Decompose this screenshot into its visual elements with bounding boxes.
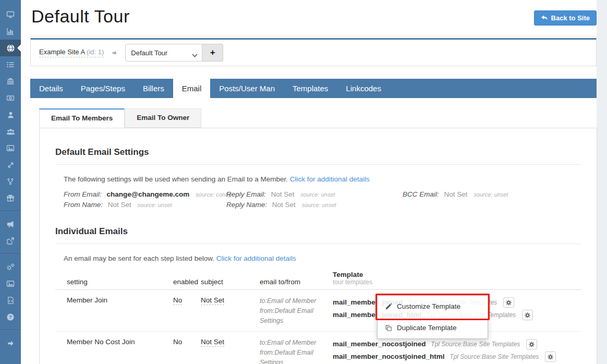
individual-emails-details-link[interactable]: Click for additional details	[216, 254, 296, 262]
expand-arrows-icon[interactable]	[0, 156, 21, 173]
site-id: (id: 1)	[87, 48, 104, 56]
reply-email-field: Reply Email: Not Set source: unset	[226, 190, 403, 201]
page-title: Default Tour	[31, 6, 597, 27]
bank-icon[interactable]	[0, 73, 21, 90]
arrow-right-icon[interactable]	[0, 335, 21, 351]
template-cell: mail_member_nocostjoined Tpl Source:Base…	[333, 338, 581, 364]
main-content: Default Tour Back to Site Example Site A…	[21, 0, 597, 364]
back-to-site-button[interactable]: Back to Site	[534, 10, 597, 26]
duplicate-template-item[interactable]: Duplicate Template	[378, 317, 488, 338]
individual-emails-heading: Individual Emails	[55, 226, 581, 244]
table-row: Member No Cost Join No Not Set to:Email …	[55, 332, 581, 364]
tab-linkcodes[interactable]: Linkcodes	[337, 79, 390, 98]
photo-icon[interactable]	[0, 275, 21, 292]
email-to-from-cell: to:Email of Member from:Default Email Se…	[260, 296, 333, 326]
subtab-email-to-members[interactable]: Email To Members	[39, 108, 125, 128]
question-circle-icon[interactable]: ?	[0, 309, 21, 325]
default-email-fields: From Email: change@changeme.com source: …	[55, 190, 581, 211]
from-name-field: From Name: Not Set source: unset	[64, 201, 226, 211]
sidebar-divider	[0, 253, 21, 254]
tab-pages-steps[interactable]: Pages/Steps	[72, 79, 134, 98]
reply-name-field: Reply Name: Not Set source: unset	[226, 201, 403, 211]
enabled-toggle[interactable]: No	[173, 296, 182, 305]
email-to-from-cell: to:Email of Member from:Default Email Se…	[260, 338, 333, 364]
from-email-field: From Email: change@changeme.com source: …	[64, 190, 226, 201]
chevron-down-icon	[192, 51, 198, 59]
template-context-menu: Customize Template Duplicate Template	[377, 295, 488, 339]
sidebar-divider	[0, 330, 21, 331]
bar-chart-icon[interactable]	[0, 23, 21, 40]
bullhorn-icon[interactable]	[0, 216, 21, 233]
table-row: Member Join No Not Set to:Email of Membe…	[55, 290, 581, 332]
breadcrumb-site-link[interactable]: Example Site A (id: 1)	[39, 48, 104, 57]
app-root: ? Default Tour Back to Site Example Site…	[0, 0, 607, 364]
email-subtabs: Email To Members Email To Owner	[39, 108, 597, 128]
money-icon[interactable]	[0, 90, 21, 106]
list-icon[interactable]	[0, 56, 21, 73]
code-fork-icon[interactable]	[0, 173, 21, 190]
svg-text:?: ?	[9, 314, 12, 320]
tab-posts-user-man[interactable]: Posts/User Man	[210, 79, 284, 98]
template-gear-button[interactable]	[526, 339, 537, 349]
customize-template-item[interactable]: Customize Template	[378, 296, 488, 317]
individual-emails-table: setting enabled subject email to/from Te…	[55, 271, 581, 364]
share-icon[interactable]	[0, 233, 21, 249]
default-email-settings-heading: Default Email Settings	[55, 147, 581, 165]
subject-edit[interactable]: Not Set	[201, 338, 224, 347]
add-tour-button[interactable]: +	[202, 44, 223, 62]
email-to-members-panel: Default Email Settings The following set…	[39, 128, 597, 364]
image-icon[interactable]	[0, 140, 21, 156]
desktop-icon[interactable]	[0, 6, 21, 23]
individual-emails-intro: An email may be sent for each step liste…	[55, 254, 581, 262]
tab-email[interactable]: Email	[173, 79, 211, 98]
globe-icon[interactable]	[0, 40, 21, 56]
bcc-email-field: BCC Email: Not Set source: unset	[403, 190, 581, 201]
setting-cell: Member No Cost Join	[55, 338, 173, 364]
template-gear-button[interactable]	[545, 351, 556, 362]
gift-icon[interactable]	[0, 190, 21, 207]
main-tabbar: Details Pages/Steps Billers Email Posts/…	[30, 79, 597, 98]
default-email-details-link[interactable]: Click for additional details	[290, 175, 370, 183]
template-gear-button[interactable]	[522, 310, 533, 320]
default-email-intro: The following settings will be used when…	[55, 175, 581, 183]
subject-edit[interactable]: Not Set	[201, 296, 224, 305]
cogs-icon[interactable]	[0, 259, 21, 275]
sidebar-divider	[0, 211, 21, 212]
users-icon[interactable]	[0, 123, 21, 140]
template-gear-button[interactable]	[503, 297, 514, 308]
breadcrumb: Example Site A (id: 1) Default Tour +	[30, 38, 597, 66]
file-code-icon[interactable]	[0, 292, 21, 309]
reply-arrow-icon	[541, 15, 548, 21]
user-icon[interactable]	[0, 106, 21, 123]
tab-templates[interactable]: Templates	[284, 79, 337, 98]
enabled-toggle[interactable]: No	[173, 338, 182, 346]
pencil-icon	[385, 303, 392, 310]
tab-billers[interactable]: Billers	[134, 79, 173, 98]
table-header-row: setting enabled subject email to/from Te…	[55, 271, 581, 290]
page-header: Default Tour Back to Site	[30, 0, 597, 37]
tab-details[interactable]: Details	[30, 79, 72, 98]
subtab-email-to-owner[interactable]: Email To Owner	[125, 108, 201, 128]
tour-select[interactable]: Default Tour	[125, 44, 202, 62]
breadcrumb-arrow-icon	[111, 50, 118, 56]
setting-cell: Member Join	[55, 296, 173, 326]
clone-icon	[385, 324, 392, 332]
sidebar-nav: ?	[0, 0, 21, 364]
